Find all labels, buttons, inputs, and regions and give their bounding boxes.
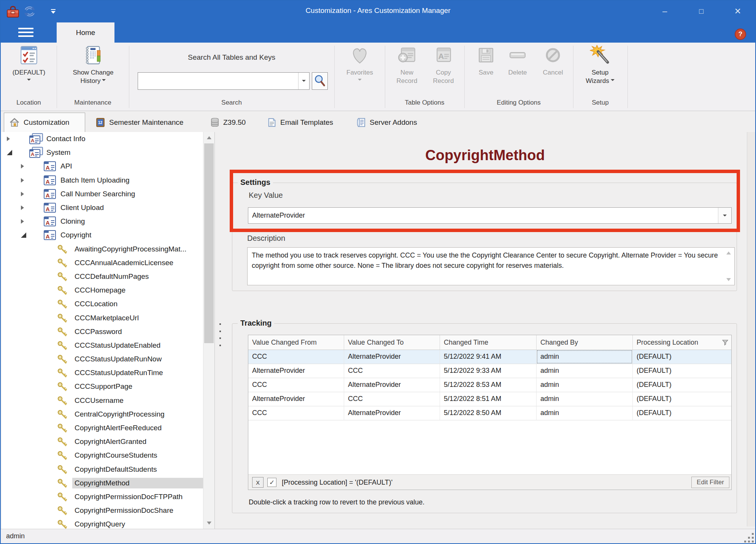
tree-item[interactable]: CCCLocation — [2, 297, 203, 311]
tree-item[interactable]: CopyrightMethod — [2, 476, 203, 490]
scroll-down-icon[interactable] — [203, 518, 214, 529]
collapsed-arrow-icon[interactable] — [21, 164, 26, 169]
table-row[interactable]: AlternateProviderCCC5/12/2022 9:33 AMadm… — [248, 364, 731, 378]
tab-semester-maintenance[interactable]: 12 Semester Maintenance — [91, 113, 201, 132]
favorites-button[interactable]: Favorites — [338, 45, 382, 83]
search-button[interactable] — [312, 72, 328, 90]
tree-item[interactable]: A System — [2, 146, 203, 159]
tree-item-label: CopyrightAlertFeeReduced — [72, 423, 203, 433]
tree-item[interactable]: AwaitingCopyrightProcessingMat... — [2, 242, 203, 256]
column-header[interactable]: Changed By — [537, 335, 633, 350]
search-input[interactable] — [138, 72, 310, 90]
tree-item[interactable]: CopyrightDefaultStudents — [2, 463, 203, 476]
tree-item[interactable]: CopyrightCourseStudents — [2, 449, 203, 462]
scroll-down-icon[interactable] — [725, 278, 732, 282]
main-scrollbar[interactable] — [747, 132, 756, 527]
table-row[interactable]: CCCAlternateProvider5/12/2022 8:50 AMadm… — [248, 406, 731, 420]
tree-item[interactable]: A Call Number Searching — [2, 187, 203, 201]
filter-icon[interactable] — [722, 339, 728, 345]
key-value-combobox[interactable]: AlternateProvider — [248, 207, 732, 224]
tree-item[interactable]: CCCPassword — [2, 325, 203, 339]
tree-scrollbar[interactable] — [203, 132, 214, 529]
default-location-button[interactable]: (DEFAULT) — [3, 45, 55, 83]
tree-item[interactable]: CCCStatusUpdateRunTime — [2, 366, 203, 380]
delete-button[interactable]: Delete — [502, 45, 533, 77]
tab-customization-label: Customization — [24, 118, 69, 127]
tab-email-templates[interactable]: Email Templates — [262, 113, 339, 132]
tree-item[interactable]: CentralCopyrightProcessing — [2, 407, 203, 421]
table-cell: (DEFAULT) — [633, 378, 731, 392]
tree-item[interactable]: A Copyright — [2, 228, 203, 242]
filter-bar: X ✓ [Processing Location] = '(DEFAULT)' … — [248, 474, 731, 490]
tab-home-label: Home — [76, 29, 95, 37]
tree-item[interactable]: CCCMarketplaceUrl — [2, 311, 203, 324]
table-icon: A — [29, 133, 44, 145]
expanded-arrow-icon[interactable] — [7, 150, 12, 155]
save-button[interactable]: Save — [472, 45, 500, 77]
tree-item[interactable]: A Contact Info — [2, 132, 203, 146]
status-bar: admin — [1, 529, 755, 544]
column-header[interactable]: Processing Location — [633, 335, 731, 350]
description-textarea[interactable]: The method you use to track reserves cop… — [247, 247, 735, 285]
tree-item[interactable]: CopyrightQuery — [2, 517, 203, 529]
tree-item[interactable]: A API — [2, 159, 203, 173]
tree-item-label: CopyrightAlertGranted — [72, 436, 203, 447]
menu-icon[interactable] — [18, 28, 33, 38]
tree-item[interactable]: A Client Upload — [2, 201, 203, 215]
key-icon — [57, 381, 72, 392]
maximize-button[interactable]: □ — [692, 5, 710, 18]
setup-wizards-button[interactable]: Setup Wizards — [577, 45, 624, 85]
tab-customization[interactable]: Customization — [4, 113, 85, 132]
key-value-dropdown-button[interactable] — [718, 208, 731, 223]
column-header[interactable]: Changed Time — [440, 335, 537, 350]
help-button[interactable]: ? — [735, 29, 746, 40]
column-header[interactable]: Value Changed To — [344, 335, 440, 350]
tree-scrollbar-thumb[interactable] — [204, 143, 214, 343]
tree-item[interactable]: A Batch Item Uploading — [2, 173, 203, 187]
tree-item[interactable]: CCCSupportPage — [2, 380, 203, 393]
database-icon — [210, 117, 220, 128]
collapsed-arrow-icon[interactable] — [21, 205, 26, 210]
table-row[interactable]: CCCAlternateProvider5/12/2022 8:53 AMadm… — [248, 378, 731, 392]
column-header[interactable]: Value Changed From — [248, 335, 344, 350]
tree-item[interactable]: CopyrightPermissionDocShare — [2, 504, 203, 517]
minimize-button[interactable]: – — [656, 5, 674, 18]
tree-item[interactable]: CCCDefaultNumPages — [2, 270, 203, 283]
search-dropdown-button[interactable] — [298, 73, 309, 89]
copy-record-label: Copy Record — [426, 68, 461, 85]
copy-record-button[interactable]: A Copy Record — [426, 45, 461, 85]
resize-grip-icon[interactable] — [742, 531, 754, 542]
close-button[interactable]: ✕ — [728, 5, 748, 18]
tree-item[interactable]: CCCAnnualAcademicLicensee — [2, 256, 203, 270]
tree-item[interactable]: CCCStatusUpdateEnabled — [2, 339, 203, 352]
tree-item[interactable]: CopyrightAlertFeeReduced — [2, 421, 203, 435]
cancel-button[interactable]: Cancel — [536, 45, 570, 77]
tree-item[interactable]: CCCHomepage — [2, 283, 203, 297]
show-change-history-button[interactable]: Show Change History — [61, 45, 125, 85]
scroll-up-icon[interactable] — [203, 132, 214, 143]
tree-item[interactable]: CCCStatusUpdateRunNow — [2, 352, 203, 366]
collapsed-arrow-icon[interactable] — [21, 178, 26, 183]
key-icon — [57, 285, 72, 296]
remove-filter-button[interactable]: X — [252, 477, 264, 488]
tree-item[interactable]: CopyrightAlertGranted — [2, 435, 203, 449]
collapsed-arrow-icon[interactable] — [7, 137, 12, 141]
table-cell: CCC — [248, 406, 344, 420]
tab-z3950[interactable]: Z39.50 — [205, 113, 254, 132]
edit-filter-button[interactable]: Edit Filter — [691, 477, 729, 488]
tab-server-addons[interactable]: Server Addons — [351, 113, 425, 132]
collapsed-arrow-icon[interactable] — [21, 219, 26, 224]
tree-item[interactable]: CopyrightPermissionDocFTPPath — [2, 490, 203, 504]
tree-item-label: CCCStatusUpdateRunTime — [72, 367, 203, 378]
table-row[interactable]: CCCAlternateProvider5/12/2022 9:41 AMadm… — [248, 350, 731, 364]
expanded-arrow-icon[interactable] — [21, 232, 26, 238]
collapsed-arrow-icon[interactable] — [21, 192, 26, 196]
splitter-handle[interactable] — [218, 323, 222, 346]
filter-enabled-checkbox[interactable]: ✓ — [267, 478, 276, 487]
scroll-up-icon[interactable] — [725, 251, 732, 255]
new-record-button[interactable]: New Record — [389, 45, 424, 85]
tab-home[interactable]: Home — [57, 22, 114, 43]
table-row[interactable]: AlternateProviderCCC5/12/2022 8:51 AMadm… — [248, 392, 731, 406]
tree-item[interactable]: CCCUsername — [2, 394, 203, 407]
tree-item[interactable]: A Cloning — [2, 215, 203, 228]
